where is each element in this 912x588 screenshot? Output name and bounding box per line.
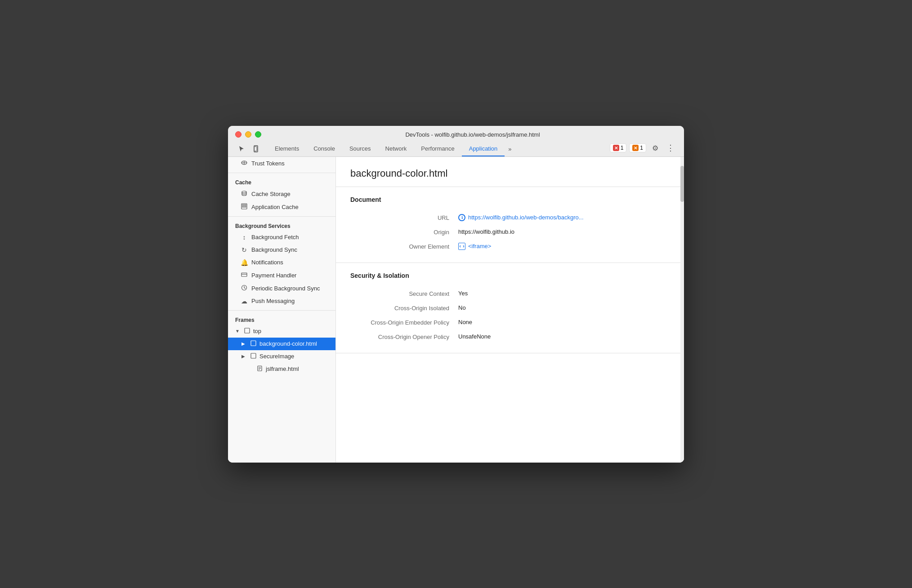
svg-point-5 <box>242 191 246 193</box>
origin-row: Origin https://wolfib.github.io <box>350 225 670 239</box>
tab-icons <box>235 143 262 155</box>
error-red-icon: ✕ <box>613 145 619 151</box>
more-tabs-button[interactable]: » <box>505 142 515 156</box>
maximize-button[interactable] <box>255 131 261 138</box>
svg-rect-8 <box>242 206 246 207</box>
sidebar-item-secure-image[interactable]: ▶ SecureImage <box>228 350 335 363</box>
cache-storage-icon <box>241 190 248 198</box>
url-secure-icon: ℹ <box>458 214 465 221</box>
content-panel: background-color.html Document URL ℹ htt… <box>336 157 684 463</box>
cursor-icon[interactable] <box>235 143 248 155</box>
payment-handler-icon <box>241 272 248 279</box>
sidebar-item-application-cache[interactable]: Application Cache <box>228 200 335 214</box>
sidebar-section-frames: Frames <box>228 313 335 325</box>
url-value[interactable]: ℹ https://wolfib.github.io/web-demos/bac… <box>458 214 670 221</box>
push-messaging-icon: ☁ <box>241 298 248 305</box>
sidebar-item-top-frame[interactable]: ▼ top <box>228 325 335 338</box>
tab-console[interactable]: Console <box>306 142 342 156</box>
bg-color-toggle: ▶ <box>241 341 247 346</box>
cross-origin-embedder-label: Cross-Origin Embedder Policy <box>350 319 458 326</box>
settings-icon[interactable]: ⚙ <box>649 142 662 154</box>
document-section-title: Document <box>350 196 670 203</box>
notifications-icon: 🔔 <box>241 259 248 266</box>
bg-fetch-icon: ↕ <box>241 234 248 241</box>
origin-value: https://wolfib.github.io <box>458 228 670 235</box>
divider-bg-services <box>228 216 335 217</box>
minimize-button[interactable] <box>245 131 251 138</box>
tab-network[interactable]: Network <box>378 142 414 156</box>
mobile-icon[interactable] <box>250 143 262 155</box>
cross-origin-isolated-label: Cross-Origin Isolated <box>350 304 458 312</box>
scrollbar-thumb[interactable] <box>680 166 684 202</box>
svg-rect-1 <box>254 147 257 151</box>
secure-context-label: Secure Context <box>350 290 458 297</box>
sidebar-section-cache: Cache <box>228 176 335 187</box>
origin-label: Origin <box>350 228 458 236</box>
divider-cache <box>228 173 335 173</box>
tab-sources[interactable]: Sources <box>342 142 378 156</box>
sidebar-item-push-messaging[interactable]: ☁ Push Messaging <box>228 295 335 307</box>
iframe-tag-icon <box>458 243 465 250</box>
tab-application[interactable]: Application <box>462 142 505 156</box>
security-section-title: Security & Isolation <box>350 272 670 279</box>
sidebar: Trust Tokens Cache Cache Storage <box>228 157 336 463</box>
svg-rect-9 <box>241 273 247 276</box>
close-button[interactable] <box>235 131 241 138</box>
cross-origin-embedder-row: Cross-Origin Embedder Policy None <box>350 315 670 330</box>
cross-origin-opener-label: Cross-Origin Opener Policy <box>350 333 458 340</box>
jslframe-icon <box>256 365 263 373</box>
cross-origin-opener-row: Cross-Origin Opener Policy UnsafeNone <box>350 330 670 344</box>
page-title: background-color.html <box>336 157 684 187</box>
sidebar-item-trust-tokens[interactable]: Trust Tokens <box>228 157 335 170</box>
tab-elements[interactable]: Elements <box>268 142 306 156</box>
tabs-row: Elements Console Sources Network Perform… <box>235 142 677 156</box>
secure-image-icon <box>250 353 257 360</box>
svg-line-13 <box>244 288 246 289</box>
divider-frames <box>228 310 335 311</box>
secure-image-toggle: ▶ <box>241 354 247 359</box>
svg-rect-14 <box>245 328 250 333</box>
document-section: Document URL ℹ https://wolfib.github.io/… <box>336 187 684 263</box>
devtools-window: DevTools - wolfib.github.io/web-demos/js… <box>228 126 684 463</box>
sidebar-item-payment-handler[interactable]: Payment Handler <box>228 269 335 282</box>
secure-context-row: Secure Context Yes <box>350 286 670 301</box>
sidebar-item-bg-color-frame[interactable]: ▶ background-color.html <box>228 338 335 350</box>
error-badge-orange[interactable]: ✕ 1 <box>629 143 646 152</box>
sidebar-item-bg-fetch[interactable]: ↕ Background Fetch <box>228 231 335 244</box>
sidebar-item-bg-sync[interactable]: ↻ Background Sync <box>228 244 335 256</box>
sidebar-item-periodic-bg-sync[interactable]: Periodic Background Sync <box>228 282 335 295</box>
owner-element-value[interactable]: <iframe> <box>458 243 670 250</box>
owner-element-label: Owner Element <box>350 243 458 250</box>
sidebar-item-cache-storage[interactable]: Cache Storage <box>228 187 335 200</box>
window-title: DevTools - wolfib.github.io/web-demos/js… <box>268 131 677 138</box>
traffic-lights <box>235 131 261 138</box>
svg-rect-7 <box>242 205 246 205</box>
cross-origin-isolated-row: Cross-Origin Isolated No <box>350 301 670 315</box>
error-orange-icon: ✕ <box>632 145 639 151</box>
tab-actions: ✕ 1 ✕ 1 ⚙ ⋮ <box>610 142 677 156</box>
bg-sync-icon: ↻ <box>241 246 248 254</box>
periodic-sync-icon <box>241 285 248 292</box>
top-frame-icon <box>243 328 250 335</box>
top-frame-toggle: ▼ <box>235 329 241 334</box>
error-badge-red[interactable]: ✕ 1 <box>610 143 627 152</box>
svg-rect-15 <box>251 341 256 346</box>
sidebar-section-background: Background Services <box>228 219 335 231</box>
bg-color-frame-icon <box>250 340 257 347</box>
sidebar-item-notifications[interactable]: 🔔 Notifications <box>228 256 335 269</box>
tab-performance[interactable]: Performance <box>414 142 461 156</box>
sidebar-item-jslframe[interactable]: jslframe.html <box>228 363 335 375</box>
svg-rect-16 <box>251 353 256 358</box>
titlebar: DevTools - wolfib.github.io/web-demos/js… <box>228 126 684 157</box>
owner-element-row: Owner Element <iframe> <box>350 239 670 254</box>
cross-origin-embedder-value: None <box>458 319 670 325</box>
scrollbar-track[interactable] <box>680 157 684 463</box>
secure-context-value: Yes <box>458 290 670 297</box>
trust-tokens-icon <box>241 160 248 167</box>
security-section: Security & Isolation Secure Context Yes … <box>336 263 684 353</box>
cross-origin-opener-value: UnsafeNone <box>458 333 670 340</box>
cross-origin-isolated-value: No <box>458 304 670 311</box>
url-label: URL <box>350 214 458 221</box>
more-options-icon[interactable]: ⋮ <box>664 142 677 154</box>
main-content: Trust Tokens Cache Cache Storage <box>228 157 684 463</box>
